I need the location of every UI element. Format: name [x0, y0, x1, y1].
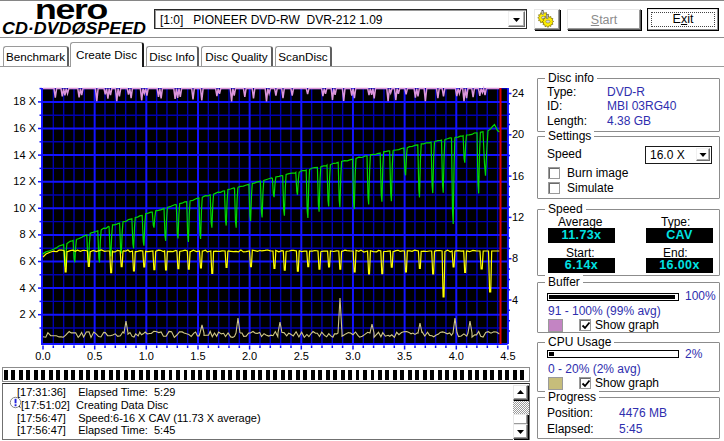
svg-text:20: 20: [512, 128, 524, 140]
svg-text:2.5: 2.5: [294, 350, 309, 362]
svg-text:16 X: 16 X: [13, 122, 36, 134]
svg-text:10 X: 10 X: [13, 202, 36, 214]
svg-text:3.5: 3.5: [397, 350, 412, 362]
svg-text:12: 12: [512, 211, 524, 223]
svg-text:4: 4: [512, 294, 518, 306]
svg-text:6 X: 6 X: [19, 255, 36, 267]
svg-text:4.0: 4.0: [449, 350, 464, 362]
svg-text:3.0: 3.0: [345, 350, 360, 362]
svg-text:18 X: 18 X: [13, 95, 36, 107]
svg-text:0.5: 0.5: [87, 350, 102, 362]
svg-text:24: 24: [512, 87, 524, 99]
svg-text:0.0: 0.0: [35, 350, 50, 362]
svg-text:2.0: 2.0: [242, 350, 257, 362]
svg-text:8 X: 8 X: [19, 228, 36, 240]
svg-text:8: 8: [512, 252, 518, 264]
svg-text:1.0: 1.0: [139, 350, 154, 362]
svg-text:1.5: 1.5: [190, 350, 205, 362]
svg-text:CD·DVDØSPEED: CD·DVDØSPEED: [2, 19, 146, 37]
svg-text:12 X: 12 X: [13, 175, 36, 187]
svg-text:2 X: 2 X: [19, 308, 36, 320]
svg-text:4.5: 4.5: [500, 350, 515, 362]
svg-text:16: 16: [512, 170, 524, 182]
svg-text:4 X: 4 X: [19, 282, 36, 294]
svg-text:14 X: 14 X: [13, 149, 36, 161]
